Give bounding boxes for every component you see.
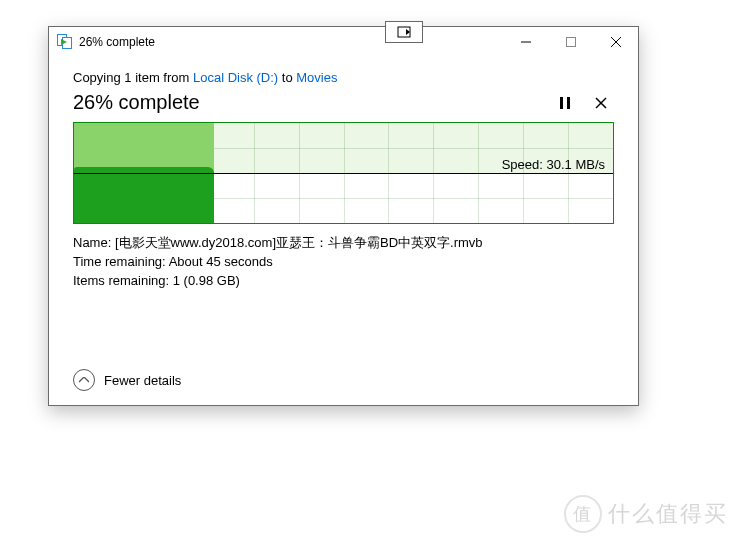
time-remaining-label: Time remaining	[73, 254, 169, 269]
chevron-up-icon	[73, 369, 95, 391]
svg-rect-6	[560, 97, 563, 109]
window-title: 26% complete	[79, 35, 155, 49]
close-button[interactable]	[593, 27, 638, 56]
titlebar: 26% complete	[49, 27, 638, 56]
cancel-button[interactable]	[594, 96, 608, 110]
copy-prefix: Copying 1 item from	[73, 70, 193, 85]
file-copy-dialog: 26% complete Copying 1 item from Local D…	[48, 26, 639, 406]
copy-mid: to	[278, 70, 296, 85]
progress-heading: 26% complete	[73, 91, 200, 114]
maximize-button[interactable]	[548, 27, 593, 56]
speed-graph: Speed: 30.1 MB/s	[73, 122, 614, 224]
watermark-icon: 值	[564, 495, 602, 533]
watermark: 值 什么值得买	[564, 495, 728, 533]
details-block: Name[电影天堂www.dy2018.com]亚瑟王：斗兽争霸BD中英双字.r…	[73, 234, 614, 291]
source-link[interactable]: Local Disk (D:)	[193, 70, 278, 85]
name-value: [电影天堂www.dy2018.com]亚瑟王：斗兽争霸BD中英双字.rmvb	[115, 235, 483, 250]
time-remaining-value: About 45 seconds	[169, 254, 273, 269]
dest-link[interactable]: Movies	[296, 70, 337, 85]
svg-rect-3	[566, 37, 575, 46]
minimize-button[interactable]	[503, 27, 548, 56]
name-label: Name	[73, 235, 115, 250]
fewer-details-toggle[interactable]: Fewer details	[73, 369, 181, 391]
copy-description: Copying 1 item from Local Disk (D:) to M…	[73, 70, 614, 85]
copy-icon	[57, 34, 73, 50]
speed-label: Speed: 30.1 MB/s	[502, 157, 605, 172]
watermark-text: 什么值得买	[608, 499, 728, 529]
svg-rect-7	[567, 97, 570, 109]
items-remaining-value: 1 (0.98 GB)	[173, 273, 240, 288]
items-remaining-label: Items remaining	[73, 273, 173, 288]
pause-button[interactable]	[558, 96, 572, 110]
fewer-details-label: Fewer details	[104, 373, 181, 388]
